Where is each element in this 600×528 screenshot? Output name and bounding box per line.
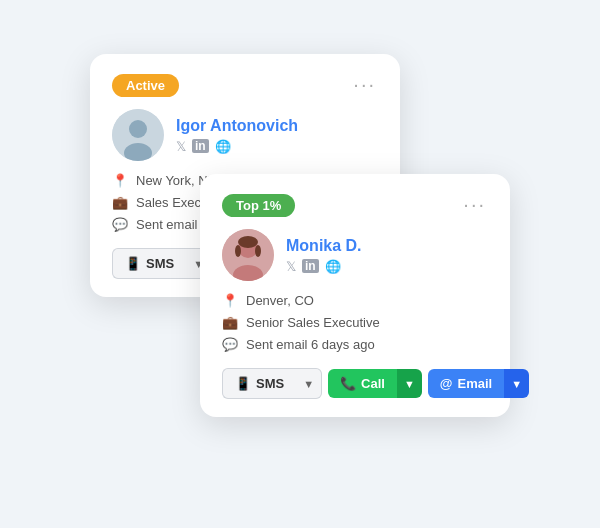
- active-badge: Active: [112, 74, 179, 97]
- igor-profile: Igor Antonovich 𝕏 in 🌐: [112, 109, 378, 161]
- igor-twitter-icon[interactable]: 𝕏: [176, 139, 186, 154]
- activity-icon: 💬: [112, 217, 128, 232]
- igor-linkedin-icon[interactable]: in: [192, 139, 209, 153]
- top-badge: Top 1%: [222, 194, 295, 217]
- location-icon: 📍: [112, 173, 128, 188]
- igor-avatar: [112, 109, 164, 161]
- igor-sms-group: 📱 SMS ▼: [112, 248, 212, 279]
- monika-activity-text: Sent email 6 days ago: [246, 337, 375, 352]
- igor-sms-button[interactable]: 📱 SMS: [112, 248, 186, 279]
- svg-point-8: [255, 245, 261, 257]
- monika-role-text: Senior Sales Executive: [246, 315, 380, 330]
- monika-sms-dropdown[interactable]: ▼: [296, 368, 322, 399]
- monika-location: 📍 Denver, CO: [222, 293, 488, 308]
- svg-point-1: [129, 120, 147, 138]
- sms-icon-2: 📱: [235, 376, 251, 391]
- igor-info: Igor Antonovich 𝕏 in 🌐: [176, 117, 298, 154]
- card-monika: Top 1% ··· Monika D. 𝕏 in: [200, 174, 510, 417]
- igor-globe-icon[interactable]: 🌐: [215, 139, 231, 154]
- monika-profile: Monika D. 𝕏 in 🌐: [222, 229, 488, 281]
- monika-email-dropdown[interactable]: ▼: [504, 369, 529, 398]
- email-at-icon: @: [440, 376, 453, 391]
- monika-linkedin-icon[interactable]: in: [302, 259, 319, 273]
- monika-sms-group: 📱 SMS ▼: [222, 368, 322, 399]
- monika-call-button[interactable]: 📞 Call: [328, 369, 397, 398]
- call-icon-2: 📞: [340, 376, 356, 391]
- monika-role: 💼 Senior Sales Executive: [222, 315, 488, 330]
- activity-icon-2: 💬: [222, 337, 238, 352]
- monika-info: Monika D. 𝕏 in 🌐: [286, 237, 362, 274]
- role-icon: 💼: [112, 195, 128, 210]
- card-monika-header: Top 1% ···: [222, 194, 488, 217]
- role-icon-2: 💼: [222, 315, 238, 330]
- monika-details: 📍 Denver, CO 💼 Senior Sales Executive 💬 …: [222, 293, 488, 352]
- igor-more-button[interactable]: ···: [351, 74, 378, 94]
- card-igor-header: Active ···: [112, 74, 378, 97]
- monika-location-text: Denver, CO: [246, 293, 314, 308]
- svg-point-6: [238, 236, 258, 248]
- monika-email-group: @ Email ▼: [428, 369, 529, 398]
- sms-phone-icon: 📱: [125, 256, 141, 271]
- monika-social: 𝕏 in 🌐: [286, 259, 362, 274]
- monika-avatar: [222, 229, 274, 281]
- igor-name: Igor Antonovich: [176, 117, 298, 135]
- cards-container: Active ··· Igor Antonovich 𝕏 in 🌐: [90, 54, 510, 474]
- monika-call-group: 📞 Call ▼: [328, 369, 422, 398]
- monika-more-button[interactable]: ···: [461, 194, 488, 214]
- svg-point-7: [235, 245, 241, 257]
- igor-social: 𝕏 in 🌐: [176, 139, 298, 154]
- monika-email-button[interactable]: @ Email: [428, 369, 504, 398]
- monika-actions: 📱 SMS ▼ 📞 Call ▼ @ Email ▼: [222, 368, 488, 399]
- monika-globe-icon[interactable]: 🌐: [325, 259, 341, 274]
- monika-name: Monika D.: [286, 237, 362, 255]
- monika-activity: 💬 Sent email 6 days ago: [222, 337, 488, 352]
- monika-call-dropdown[interactable]: ▼: [397, 369, 422, 398]
- monika-sms-button[interactable]: 📱 SMS: [222, 368, 296, 399]
- monika-twitter-icon[interactable]: 𝕏: [286, 259, 296, 274]
- location-icon-2: 📍: [222, 293, 238, 308]
